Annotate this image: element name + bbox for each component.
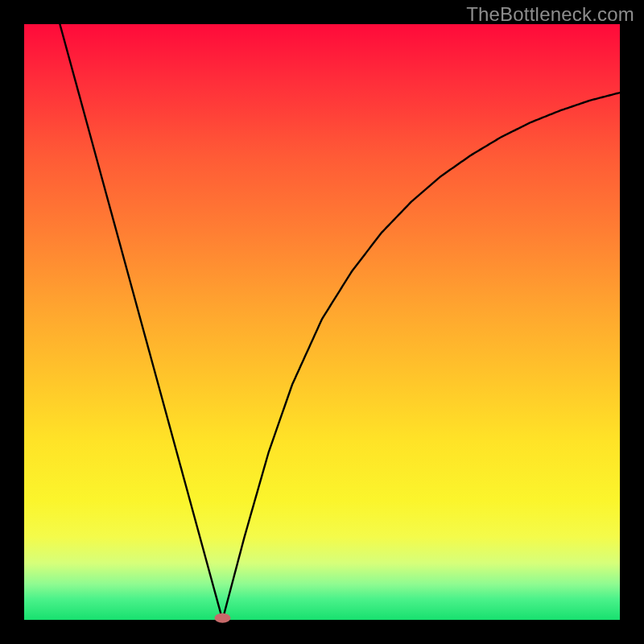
chart-frame: TheBottleneck.com bbox=[0, 0, 644, 644]
optimum-marker bbox=[214, 613, 230, 623]
bottleneck-chart bbox=[0, 0, 644, 644]
plot-background bbox=[24, 24, 620, 620]
watermark-text: TheBottleneck.com bbox=[466, 3, 634, 26]
